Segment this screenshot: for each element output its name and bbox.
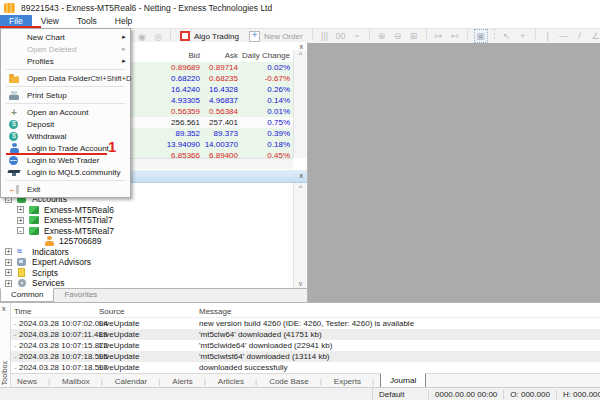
bid-value: 13.94090 [139, 140, 203, 149]
tree-expand-icon[interactable]: + [17, 217, 24, 224]
zoom-out-icon[interactable]: ⊖ [392, 30, 404, 42]
folder-icon [8, 73, 21, 84]
tree-expand-icon[interactable]: + [5, 259, 12, 266]
new-order-label: New Order [264, 32, 303, 41]
toolbox-tab[interactable]: Calendar [109, 375, 167, 388]
ask-column-header[interactable]: Ask [203, 51, 241, 60]
time-column-header[interactable]: Time [11, 307, 99, 316]
toolbox-tab[interactable]: Experts [328, 375, 380, 388]
vertical-line-icon[interactable]: | [542, 30, 554, 42]
new-chart-icon[interactable]: ◉ [136, 31, 148, 43]
tree-item[interactable]: - Exness-MT5Real7 [0, 226, 293, 237]
vertical-scrollbar[interactable]: ^ [293, 50, 307, 158]
login-trade-icon [8, 143, 21, 154]
bar-chart-icon[interactable]: ||| [319, 30, 331, 42]
tree-expand-icon[interactable]: - [17, 227, 24, 234]
toolbox-tab[interactable]: Articles [212, 375, 263, 388]
bid-column-header[interactable]: Bid [139, 51, 203, 60]
file-menu-item[interactable]: Open Deleted ► [1, 43, 130, 55]
scroll-up-icon[interactable]: ^ [294, 184, 307, 191]
scroll-up-icon[interactable]: ^ [294, 51, 307, 58]
message-column-header[interactable]: Message [199, 307, 600, 316]
file-menu-item[interactable]: Exit [1, 183, 130, 195]
journal-row[interactable]: - 2024.03.28 10:07:18.595 LiveUpdate 'mt… [11, 351, 600, 362]
file-menu-item[interactable]: Deposit [1, 118, 130, 130]
screenshot-icon[interactable]: ▣ [474, 29, 488, 43]
tree-item[interactable]: + Expert Advisors [0, 257, 293, 268]
profile-name[interactable]: Default [372, 388, 410, 400]
journal-row[interactable]: - 2024.03.28 10:07:15.872 LiveUpdate 'mt… [11, 340, 600, 351]
profiles-icon[interactable]: ◎ [152, 31, 164, 43]
vertical-scrollbar[interactable]: ^ v [293, 183, 307, 288]
file-menu-dropdown: New Chart ► Open Deleted ► Profiles ► [0, 28, 131, 198]
file-menu-item[interactable]: Print Setup [1, 89, 130, 101]
tree-item[interactable]: + Indicators [0, 247, 293, 258]
journal-time: 2024.03.28 10:07:15.872 [19, 341, 99, 350]
tile-windows-icon[interactable]: ⊞ [408, 30, 420, 42]
menu-item-label: Print Setup [27, 91, 117, 100]
algo-trading-button[interactable]: Algo Trading [180, 31, 239, 41]
toolbox-tab[interactable]: News [11, 375, 56, 388]
journal-row[interactable]: - 2024.03.28 10:07:18.597 LiveUpdate dow… [11, 362, 600, 373]
toolbar-separator [426, 29, 427, 39]
tree-item[interactable]: + Services [0, 278, 293, 289]
menubar-item[interactable]: Help [106, 15, 141, 28]
file-menu-item[interactable]: New Chart ► [1, 31, 130, 43]
toolbox-tab[interactable]: Code Base [263, 375, 328, 388]
journal-source: LiveUpdate [99, 363, 199, 372]
trend-angle-icon[interactable]: ∠ [590, 30, 600, 42]
file-menu-item[interactable]: Open an Account [1, 106, 130, 118]
tree-item-label: Expert Advisors [32, 257, 91, 267]
tree-item[interactable]: + Exness-MT5Real6 [0, 205, 293, 216]
file-menu-item[interactable]: Login to MQL5.community [1, 166, 130, 178]
line-chart-icon[interactable]: ~ [351, 30, 363, 42]
journal-row[interactable]: - 2024.03.28 10:07:02.094 LiveUpdate new… [11, 318, 600, 329]
navigator-tab[interactable]: Common [0, 288, 54, 302]
new-order-button[interactable]: New Order [249, 31, 303, 42]
tree-expand-icon[interactable]: + [5, 280, 12, 287]
horizontal-line-icon[interactable]: — [558, 30, 570, 42]
file-menu-item[interactable]: Open Data Folder Ctrl+Shift+D [1, 72, 130, 84]
menubar-item[interactable]: Tools [68, 15, 106, 28]
title-bar: 89221543 - Exness-MT5Real6 - Netting - E… [0, 0, 600, 15]
account-user-icon [43, 236, 55, 246]
menu-item-label: Open Deleted [27, 45, 117, 54]
tree-item-label: Services [32, 278, 65, 288]
trendline-icon[interactable]: / [574, 30, 586, 42]
daily-change-column-header[interactable]: Daily Change [241, 51, 293, 60]
toolbox-tab[interactable]: Journal [380, 373, 426, 388]
chart-shift-icon[interactable]: ↤ [449, 30, 461, 42]
file-menu-item[interactable]: Login to Web Trader [1, 154, 130, 166]
tree-expand-icon[interactable]: + [17, 206, 24, 213]
tree-expand-icon[interactable]: + [5, 269, 12, 276]
zoom-in-icon[interactable]: ⊕ [376, 30, 388, 42]
tree-expand-icon[interactable]: + [5, 248, 12, 255]
cursor-icon[interactable]: ↖ [501, 30, 513, 42]
close-icon[interactable]: x [300, 172, 304, 179]
source-column-header[interactable]: Source [99, 307, 199, 316]
ask-value: 0.56384 [203, 107, 241, 116]
journal-row-marker-icon: - [11, 319, 19, 328]
new-order-icon [249, 31, 260, 42]
file-menu-item[interactable]: Profiles ► [1, 55, 130, 67]
scroll-down-icon[interactable]: v [294, 280, 307, 287]
tree-item[interactable]: + Exness-MT5Trial7 [0, 215, 293, 226]
crosshair-icon[interactable]: + [517, 30, 529, 42]
navigator-tabs: CommonFavorites [0, 288, 307, 302]
journal-row[interactable]: - 2024.03.28 10:07:11.489 LiveUpdate 'mt… [11, 329, 600, 340]
journal-row-marker-icon: - [11, 330, 19, 339]
close-icon[interactable]: x [300, 43, 304, 50]
tree-item[interactable]: 125706689 [0, 236, 293, 247]
price-fields: 0000.00.00 00:00O: 000.000H: 000.000L: 0… [428, 388, 600, 400]
bid-value: 6.85366 [139, 151, 203, 158]
submenu-arrow-icon: ► [120, 58, 127, 64]
tree-item[interactable]: + Scripts [0, 268, 293, 279]
navigator-tab[interactable]: Favorites [54, 289, 107, 302]
toolbox-tab[interactable]: Alerts [166, 375, 212, 388]
auto-scroll-icon[interactable]: ↦ [433, 30, 445, 42]
scripts-icon [16, 268, 28, 278]
window-title: 89221543 - Exness-MT5Real6 - Netting - E… [21, 3, 272, 13]
toolbox-tab[interactable]: Mailbox [56, 375, 109, 388]
candlestick-chart-icon[interactable]: 00 [335, 30, 347, 42]
close-icon[interactable]: x [2, 305, 6, 312]
